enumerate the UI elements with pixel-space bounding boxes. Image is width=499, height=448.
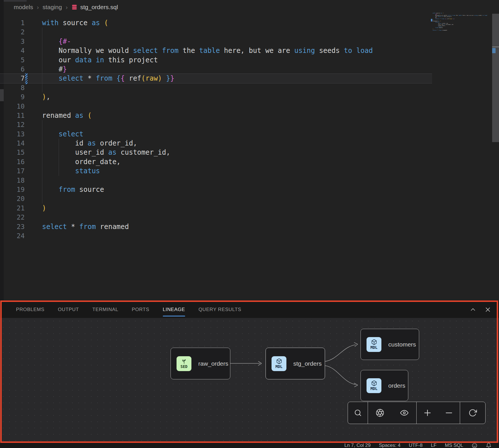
status-encoding[interactable]: UTF-8	[409, 443, 423, 448]
tab-lineage[interactable]: LINEAGE	[163, 301, 185, 318]
code-line-23[interactable]: 23select * from renamed	[0, 222, 432, 231]
breadcrumb-filename: stg_orders.sql	[80, 4, 118, 11]
breadcrumb-file[interactable]: stg_orders.sql	[71, 4, 118, 11]
tab-terminal[interactable]: TERMINAL	[92, 301, 118, 318]
status-language-mode[interactable]: MS SQL	[445, 443, 463, 448]
editor-scrollbar-thumb[interactable]	[492, 14, 499, 142]
line-number: 22	[0, 213, 25, 222]
code-line-14[interactable]: 14 id as order_id,	[0, 139, 432, 148]
badge-label: MDL	[276, 364, 282, 369]
seedling-icon	[181, 358, 187, 364]
tab-output[interactable]: OUTPUT	[58, 301, 79, 318]
node-label: stg_orders	[293, 360, 322, 367]
code-line-20[interactable]: 20	[0, 194, 432, 203]
aperture-button[interactable]	[374, 407, 386, 419]
code-line-7[interactable]: 7 select * from {{ ref(raw) }}	[0, 74, 432, 83]
code-line-6[interactable]: 6 #}	[0, 65, 432, 74]
line-number: 7	[0, 74, 25, 83]
edge-stg-to-orders	[325, 366, 355, 385]
tab-query-results[interactable]: QUERY RESULTS	[199, 301, 241, 318]
maximize-panel-chevron-up-icon[interactable]	[470, 306, 476, 313]
eye-button[interactable]	[398, 407, 411, 419]
lineage-node-customers[interactable]: MDL customers	[361, 329, 419, 360]
code-lines[interactable]: 1with source as (23 {#-4 Normally we wou…	[0, 18, 432, 240]
panel-tab-bar-tabs: PROBLEMSOUTPUTTERMINALPORTSLINEAGEQUERY …	[16, 301, 241, 318]
code-line-4[interactable]: 4 Normally we would select from the tabl…	[0, 46, 432, 55]
code-line-9[interactable]: 9),	[0, 92, 432, 101]
line-number: 3	[0, 37, 25, 46]
plus-icon	[423, 409, 432, 417]
feedback-smiley-icon[interactable]	[472, 443, 478, 448]
code-line-16[interactable]: 16 order_date,	[0, 157, 432, 166]
model-badge: MDL	[367, 337, 381, 352]
status-eol[interactable]: LF	[431, 443, 437, 448]
status-cursor-position[interactable]: Ln 7, Col 29	[344, 443, 371, 448]
code-editor[interactable]: models › staging › stg_orders.sql 1with …	[0, 0, 499, 301]
node-label: raw_orders	[198, 360, 228, 367]
panel-tab-bar: PROBLEMSOUTPUTTERMINALPORTSLINEAGEQUERY …	[0, 301, 499, 318]
tab-problems[interactable]: PROBLEMS	[16, 301, 44, 318]
minimap[interactable]: with source as ( {#- Normally we would s…	[433, 13, 493, 95]
line-number: 1	[0, 18, 25, 27]
code-line-5[interactable]: 5 our data in this project	[0, 55, 432, 65]
indent-guide	[42, 27, 42, 92]
code-line-11[interactable]: 11renamed as (	[0, 111, 432, 120]
indent-guide	[59, 139, 59, 176]
line-number: 23	[0, 222, 25, 231]
lineage-node-orders[interactable]: MDL orders	[361, 370, 408, 401]
status-indentation[interactable]: Spaces: 4	[379, 443, 401, 448]
code-line-15[interactable]: 15 user_id as customer_id,	[0, 148, 432, 157]
search-button[interactable]	[352, 407, 364, 419]
badge-label: MDL	[371, 386, 377, 391]
search-icon	[354, 409, 362, 417]
zoom-out-button[interactable]	[443, 407, 455, 419]
code-line-21[interactable]: 21)	[0, 204, 432, 213]
panel-actions	[470, 306, 499, 313]
status-bar: Ln 7, Col 29Spaces: 4UTF-8LFMS SQL	[0, 443, 499, 448]
breadcrumb-folder-models[interactable]: models	[14, 4, 33, 11]
cube-icon	[371, 380, 377, 386]
breadcrumb-separator-icon: ›	[66, 4, 68, 11]
code-line-8[interactable]: 8	[0, 83, 432, 92]
code-line-24[interactable]: 24	[0, 231, 432, 240]
line-number: 16	[0, 157, 25, 166]
minimap-code: with source as ( {#- Normally we would s…	[433, 13, 460, 31]
edge-stg-to-customers	[325, 345, 355, 361]
line-number: 10	[0, 102, 25, 111]
code-line-10[interactable]: 10	[0, 102, 432, 111]
node-label: orders	[388, 382, 405, 389]
code-line-2[interactable]: 2	[0, 27, 432, 37]
scrollbar-decoration-line	[492, 47, 499, 47]
notifications-bell-icon[interactable]	[486, 443, 492, 448]
line-number: 5	[0, 55, 25, 65]
line-number: 11	[0, 111, 25, 120]
aperture-icon	[376, 409, 384, 417]
lineage-canvas[interactable]: SED raw_orders MDL stg_orders MDL	[0, 318, 499, 442]
line-number: 12	[0, 120, 25, 129]
lineage-node-stg-orders[interactable]: MDL stg_orders	[266, 348, 325, 379]
node-label: customers	[388, 341, 416, 348]
lineage-node-raw-orders[interactable]: SED raw_orders	[171, 348, 230, 379]
code-line-12[interactable]: 12	[0, 120, 432, 129]
line-number: 19	[0, 185, 25, 194]
code-line-3[interactable]: 3 {#-	[0, 37, 432, 46]
line-number: 6	[0, 65, 25, 74]
editor-tab-remnant	[4, 0, 27, 2]
refresh-button[interactable]	[466, 407, 479, 419]
code-line-22[interactable]: 22	[0, 213, 432, 222]
minimap-modified-marker	[431, 19, 432, 21]
code-line-19[interactable]: 19 from source	[0, 185, 432, 194]
code-line-17[interactable]: 17 status	[0, 166, 432, 176]
code-line-18[interactable]: 18	[0, 176, 432, 185]
breadcrumb-separator-icon: ›	[37, 4, 39, 11]
minus-icon	[445, 409, 453, 417]
status-items: Ln 7, Col 29Spaces: 4UTF-8LFMS SQL	[344, 443, 463, 448]
zoom-in-button[interactable]	[421, 407, 434, 419]
refresh-icon	[468, 409, 477, 417]
code-line-1[interactable]: 1with source as (	[0, 18, 432, 27]
close-panel-icon[interactable]	[485, 306, 491, 313]
badge-label: SED	[181, 364, 187, 369]
tab-ports[interactable]: PORTS	[132, 301, 149, 318]
breadcrumb-folder-staging[interactable]: staging	[43, 4, 62, 11]
code-line-13[interactable]: 13 select	[0, 130, 432, 139]
